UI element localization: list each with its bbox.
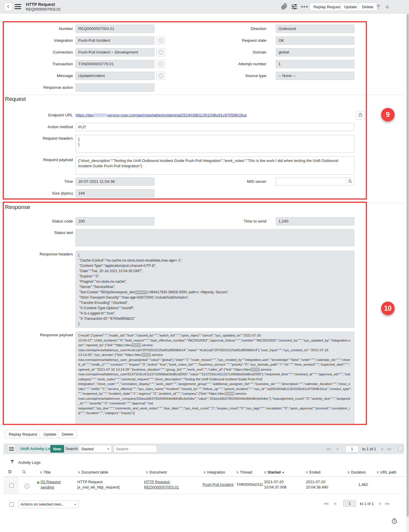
row-checkbox[interactable] [9, 483, 14, 488]
delete-button[interactable]: Delete [358, 3, 377, 11]
row-integration-link[interactable]: Push-Pull Incident [203, 482, 239, 487]
column-header-title[interactable]: ≡Title [40, 470, 51, 474]
time-field: 20-07-2021 11:04:38 [76, 178, 154, 186]
mid-server-lookup-button[interactable] [346, 178, 354, 186]
column-menu-icon: ≡ [236, 470, 238, 474]
number-label: Number [5, 26, 73, 31]
column-header-started-sorted[interactable]: ≡Started ▼ [264, 470, 284, 474]
chevron-down-icon: ▼ [74, 503, 76, 506]
context-menu-icon[interactable] [15, 4, 21, 10]
mid-server-input[interactable] [276, 178, 346, 186]
column-menu-icon: ≡ [264, 470, 266, 474]
status-text-box [76, 229, 354, 246]
timer-icon[interactable] [391, 518, 398, 525]
pager-next-icon[interactable]: ▶ [379, 501, 381, 506]
annotation-badge-9: 9 [381, 108, 395, 121]
previous-record-icon[interactable] [375, 3, 382, 11]
attempt-number-label: Attempt number [193, 62, 266, 66]
lock-button[interactable] [356, 111, 365, 120]
mid-server-label: MID server [193, 179, 266, 184]
list-search-input[interactable] [113, 445, 157, 453]
search-field-dropdown[interactable]: Started ▼ [79, 445, 112, 453]
status-dot-icon [37, 481, 39, 484]
back-button[interactable] [4, 3, 12, 11]
pager-page-input[interactable] [343, 500, 356, 507]
request-headers-label: Request headers [5, 136, 73, 140]
endpoint-url-link[interactable]: https://devservice-now.com/api/now/table… [76, 113, 246, 117]
gear-icon[interactable] [7, 469, 12, 475]
pager-page-input[interactable] [345, 446, 358, 452]
new-record-button[interactable]: New [50, 445, 64, 453]
list-search-icon[interactable] [22, 470, 26, 475]
column-header-divider [4, 476, 404, 477]
connection-label: Connection [5, 50, 73, 54]
filter-icon[interactable] [10, 459, 15, 465]
connection-preview-button[interactable]: i [156, 48, 165, 56]
endpoint-url-label: Endpoint URL [5, 113, 73, 117]
row-document-link[interactable]: HTTP Request: REQ0000007003.01 [144, 479, 183, 490]
attachment-icon[interactable] [281, 3, 288, 11]
page-title: HTTP Request [26, 2, 61, 7]
next-record-icon[interactable] [384, 3, 390, 11]
endpoint-url-suffix: service-now.com/api/now/table/incident/a… [107, 113, 246, 117]
activity-logs-group-label: Activity Logs [18, 460, 41, 465]
personalize-form-icon[interactable] [291, 4, 298, 10]
size-bytes-label: Size (bytes) [5, 191, 73, 195]
section-divider [4, 203, 404, 203]
servicenow-http-request-page: HTTP Request REQ0000007003.01 ooo Replay… [0, 0, 409, 532]
list-context-menu-button[interactable] [7, 445, 16, 453]
message-field: UpdateIncident [76, 72, 154, 80]
row-duration: 1,482 [353, 482, 373, 487]
response-payload-label: Response payload [5, 333, 73, 337]
footer-delete-button[interactable]: Delete [58, 430, 77, 438]
pager-first-icon[interactable]: ◀◀ [323, 501, 328, 506]
integration-preview-button[interactable]: i [156, 36, 165, 45]
column-menu-icon: ≡ [78, 470, 80, 474]
scrollbar-thumb[interactable] [407, 14, 409, 517]
column-menu-icon: ≡ [40, 470, 42, 474]
chevron-left-icon [6, 4, 10, 9]
pager-last-icon[interactable]: ▶▶ [387, 447, 391, 451]
more-options-icon[interactable]: ooo [301, 5, 308, 8]
transaction-preview-button[interactable]: i [156, 60, 165, 68]
column-header-document-table[interactable]: ≡Document table [78, 470, 108, 474]
pager-next-icon[interactable]: ▶ [381, 447, 383, 451]
message-preview-button[interactable]: i [156, 72, 165, 80]
related-list-title-link[interactable]: Unifi Activity Logs [20, 446, 55, 451]
column-header-integration[interactable]: ≡Integration [203, 470, 225, 474]
pager-prev-icon[interactable]: ◀ [336, 447, 338, 451]
footer-update-button[interactable]: Update [40, 430, 60, 438]
pager-prev-icon[interactable]: ◀ [333, 501, 335, 506]
actions-dropdown[interactable]: Actions on selected rows... ▼ [18, 501, 79, 508]
time-label: Time [5, 179, 73, 184]
lock-icon [358, 113, 363, 118]
info-icon: i [158, 73, 163, 78]
column-header-duration[interactable]: ≡Duration [348, 470, 365, 474]
row-title-link[interactable]: [S] Request sending [41, 479, 66, 490]
section-divider [4, 95, 404, 95]
column-header-thread[interactable]: ≡Thread [236, 470, 252, 474]
column-header-document[interactable]: ≡Document [146, 470, 167, 474]
info-icon: i [158, 38, 163, 43]
form-header-bar: HTTP Request REQ0000007003.01 ooo Replay… [0, 0, 409, 14]
footer-replay-request-button[interactable]: Replay Request [5, 430, 41, 438]
chevron-down-icon: ▼ [107, 448, 109, 450]
size-bytes-field: 194 [76, 189, 154, 198]
column-header-ended[interactable]: ≡Ended [306, 470, 320, 474]
select-all-checkbox[interactable] [9, 502, 14, 507]
collapse-list-icon[interactable]: – [398, 446, 403, 451]
column-menu-icon: ≡ [377, 470, 379, 474]
request-payload-textarea[interactable]: {"short_description":"Testing the Unifi … [76, 156, 354, 175]
pager-last-icon[interactable]: ▶▶ [385, 501, 389, 506]
request-payload-label: Request payload [5, 158, 73, 162]
column-header-url-path[interactable]: ≡URL path [377, 470, 396, 474]
domain-field: global [276, 48, 354, 56]
integration-label: Integration [5, 38, 73, 43]
row-preview-button[interactable]: i [25, 484, 29, 488]
action-method-input[interactable] [76, 123, 354, 131]
sort-desc-icon: ▼ [282, 471, 284, 474]
request-headers-textarea[interactable]: { } [76, 135, 354, 153]
redacted-text [94, 113, 107, 117]
update-button[interactable]: Update [340, 3, 361, 11]
pager-first-icon[interactable]: ◀◀ [326, 447, 330, 451]
